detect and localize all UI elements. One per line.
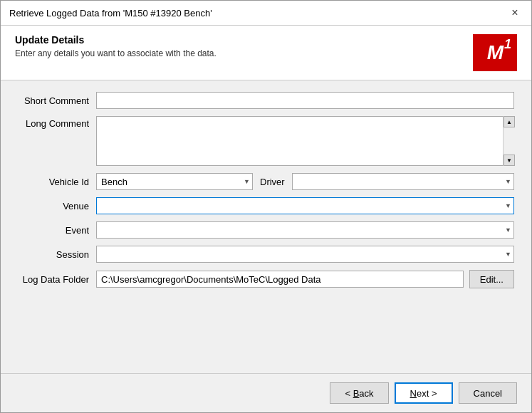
long-comment-row: Long Comment ▲ ▼ — [18, 116, 514, 166]
log-folder-input[interactable] — [96, 271, 464, 288]
short-comment-label: Short Comment — [18, 95, 96, 106]
close-button[interactable]: × — [507, 5, 523, 21]
short-comment-row: Short Comment — [18, 92, 514, 109]
venue-select[interactable] — [96, 197, 514, 214]
venue-label: Venue — [18, 201, 96, 211]
short-comment-input[interactable] — [96, 92, 514, 109]
logo-letter: M — [487, 41, 503, 64]
vehicle-id-select[interactable]: Bench — [96, 173, 253, 190]
driver-wrapper: ▼ — [292, 173, 514, 190]
event-row: Event ▼ — [18, 221, 514, 239]
dialog-window: Retrieve Logged Data from 'M150 #13920 B… — [0, 0, 532, 413]
session-select[interactable] — [96, 246, 514, 263]
event-label: Event — [18, 225, 96, 236]
vehicle-driver-row: Vehicle Id Bench ▼ Driver ▼ — [18, 173, 514, 190]
vehicle-id-wrapper: Bench ▼ — [96, 173, 253, 190]
edit-button[interactable]: Edit... — [469, 270, 514, 288]
back-button[interactable]: < Back — [330, 382, 388, 404]
footer: < Back Next > Cancel — [1, 373, 531, 412]
logo-number: 1 — [504, 37, 511, 52]
scroll-down-arrow[interactable]: ▼ — [504, 155, 515, 166]
driver-select[interactable] — [292, 173, 514, 190]
header-title: Update Details — [15, 34, 464, 46]
title-bar: Retrieve Logged Data from 'M150 #13920 B… — [1, 1, 531, 26]
long-comment-wrapper: ▲ ▼ — [96, 116, 514, 166]
header-section: Update Details Enter any details you wan… — [1, 26, 531, 80]
textarea-scrollbar: ▲ ▼ — [503, 116, 514, 166]
session-row: Session ▼ — [18, 246, 514, 263]
log-folder-row: Log Data Folder Edit... — [18, 270, 514, 288]
motec-logo: 1 M — [473, 34, 517, 71]
header-subtitle: Enter any details you want to associate … — [15, 48, 464, 58]
event-wrapper: ▼ — [96, 221, 514, 239]
long-comment-label: Long Comment — [18, 116, 96, 129]
scroll-up-arrow[interactable]: ▲ — [504, 116, 515, 127]
dialog-body: Update Details Enter any details you wan… — [1, 26, 531, 412]
venue-row: Venue ▼ — [18, 197, 514, 214]
long-comment-textarea[interactable] — [96, 116, 514, 166]
session-wrapper: ▼ — [96, 246, 514, 263]
form-section: Short Comment Long Comment ▲ ▼ Vehicle I… — [1, 80, 531, 373]
next-button[interactable]: Next > — [395, 382, 453, 404]
session-label: Session — [18, 249, 96, 260]
driver-label: Driver — [253, 177, 292, 187]
log-folder-label: Log Data Folder — [18, 274, 96, 285]
cancel-button[interactable]: Cancel — [459, 382, 517, 404]
vehicle-id-label: Vehicle Id — [18, 177, 96, 187]
dialog-title: Retrieve Logged Data from 'M150 #13920 B… — [9, 8, 212, 19]
event-select[interactable] — [96, 221, 514, 239]
venue-wrapper: ▼ — [96, 197, 514, 214]
header-text: Update Details Enter any details you wan… — [15, 34, 464, 58]
